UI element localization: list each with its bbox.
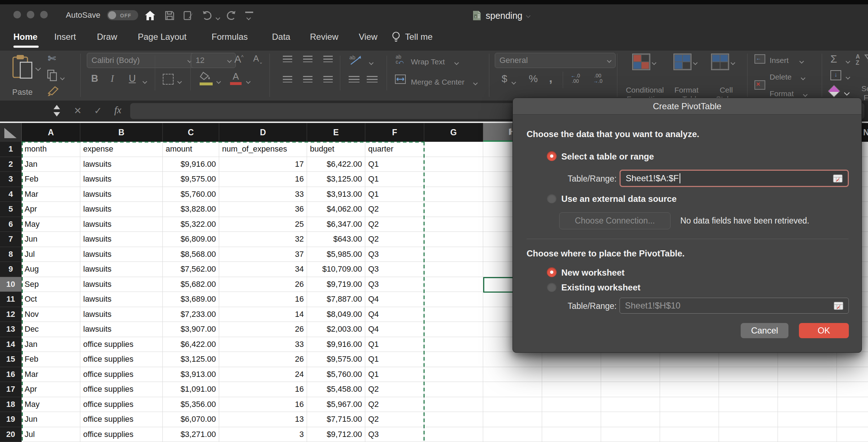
shrink-font-button[interactable]: A⌄ <box>253 54 263 65</box>
cell-F7[interactable]: Q2 <box>365 232 424 247</box>
cell-B7[interactable]: lawsuits <box>80 232 163 247</box>
align-center-icon[interactable] <box>303 76 312 82</box>
row-header-15[interactable]: 15 <box>0 352 22 367</box>
cell-J15[interactable] <box>601 352 660 367</box>
row-header-4[interactable]: 4 <box>0 187 22 202</box>
cell-styles-chevron-icon[interactable] <box>731 59 735 66</box>
cell-G2[interactable] <box>424 157 483 172</box>
tab-home[interactable]: Home <box>13 32 38 42</box>
name-box[interactable] <box>0 101 51 122</box>
wrap-text-icon[interactable]: abc⤺ <box>396 54 404 64</box>
cell-K20[interactable] <box>660 427 719 442</box>
save-as-icon[interactable] <box>183 9 195 22</box>
insert-function-button[interactable]: fx <box>114 105 122 116</box>
cell-B1[interactable]: expense <box>80 142 163 157</box>
cell-B18[interactable]: office supplies <box>80 397 163 412</box>
cell-D5[interactable]: 36 <box>219 202 307 217</box>
cell-styles-icon[interactable] <box>711 54 729 70</box>
font-color-chevron-icon[interactable] <box>247 78 250 85</box>
cut-icon[interactable]: ✄ <box>48 53 56 64</box>
cell-J19[interactable] <box>601 412 660 427</box>
font-name-select[interactable]: Calibri (Body) <box>87 53 196 68</box>
delete-cells-chevron-icon[interactable] <box>801 75 805 81</box>
cell-G8[interactable] <box>424 247 483 262</box>
cell-F1[interactable]: quarter <box>365 142 424 157</box>
cell-C18[interactable]: $5,356.00 <box>163 397 219 412</box>
cell-N16[interactable] <box>837 367 868 382</box>
cell-D6[interactable]: 25 <box>219 217 307 232</box>
cell-E18[interactable]: $5,967.00 <box>307 397 365 412</box>
cell-M18[interactable] <box>778 397 837 412</box>
cell-A11[interactable]: Oct <box>22 292 80 307</box>
cell-C5[interactable]: $3,828.00 <box>163 202 219 217</box>
cell-B5[interactable]: lawsuits <box>80 202 163 217</box>
cell-F18[interactable]: Q2 <box>365 397 424 412</box>
cell-K19[interactable] <box>660 412 719 427</box>
radio-external-source[interactable] <box>547 194 557 203</box>
cell-K15[interactable] <box>660 352 719 367</box>
cell-L19[interactable] <box>719 412 778 427</box>
merge-center-label[interactable]: Merge & Center <box>411 77 464 86</box>
cell-F16[interactable]: Q1 <box>365 367 424 382</box>
radio-select-table-range[interactable] <box>547 151 557 161</box>
toolbar-customize-icon[interactable] <box>245 12 253 21</box>
cell-I18[interactable] <box>542 397 601 412</box>
increase-decimal-icon[interactable]: ←.0.00 <box>571 73 580 84</box>
cell-M19[interactable] <box>778 412 837 427</box>
cell-D19[interactable]: 13 <box>219 412 307 427</box>
cell-C17[interactable]: $1,091.00 <box>163 382 219 397</box>
cell-N20[interactable] <box>837 427 868 442</box>
cell-H19[interactable] <box>483 412 542 427</box>
tab-formulas[interactable]: Formulas <box>212 32 248 42</box>
cell-G9[interactable] <box>424 262 483 277</box>
cell-A19[interactable]: Jun <box>22 412 80 427</box>
cell-C9[interactable]: $7,562.00 <box>163 262 219 277</box>
cell-I20[interactable] <box>542 427 601 442</box>
cell-A6[interactable]: May <box>22 217 80 232</box>
cell-D14[interactable]: 33 <box>219 337 307 352</box>
cell-D12[interactable]: 14 <box>219 307 307 322</box>
wrap-text-label[interactable]: Wrap Text <box>411 57 445 66</box>
undo-menu-chevron-icon[interactable] <box>216 14 220 21</box>
tab-draw[interactable]: Draw <box>97 32 117 42</box>
cell-H20[interactable] <box>483 427 542 442</box>
cell-C19[interactable]: $6,070.00 <box>163 412 219 427</box>
column-header-A[interactable]: A <box>22 123 80 142</box>
cell-A18[interactable]: May <box>22 397 80 412</box>
cancel-button[interactable]: Cancel <box>741 323 788 338</box>
cell-I19[interactable] <box>542 412 601 427</box>
tab-data[interactable]: Data <box>272 32 290 42</box>
cell-B14[interactable]: office supplies <box>80 337 163 352</box>
cell-E13[interactable]: $2,003.00 <box>307 322 365 337</box>
cell-E6[interactable]: $6,347.00 <box>307 217 365 232</box>
cell-F4[interactable]: Q1 <box>365 187 424 202</box>
cell-F8[interactable]: Q3 <box>365 247 424 262</box>
copy-icon[interactable] <box>47 69 58 83</box>
cell-H15[interactable] <box>483 352 542 367</box>
cell-F6[interactable]: Q2 <box>365 217 424 232</box>
cell-D10[interactable]: 26 <box>219 277 307 292</box>
cell-K18[interactable] <box>660 397 719 412</box>
cell-F20[interactable]: Q3 <box>365 427 424 442</box>
increase-indent-icon[interactable] <box>367 76 378 82</box>
cell-B16[interactable]: office supplies <box>80 367 163 382</box>
row-header-14[interactable]: 14 <box>0 337 22 352</box>
merge-center-chevron-icon[interactable] <box>474 80 477 86</box>
cell-G12[interactable] <box>424 307 483 322</box>
row-header-19[interactable]: 19 <box>0 412 22 427</box>
row-header-8[interactable]: 8 <box>0 247 22 262</box>
cell-B4[interactable]: lawsuits <box>80 187 163 202</box>
comma-button[interactable]: , <box>549 71 552 85</box>
cell-J16[interactable] <box>601 367 660 382</box>
cell-G13[interactable] <box>424 322 483 337</box>
radio-existing-worksheet[interactable] <box>547 282 557 292</box>
cell-E20[interactable]: $9,712.00 <box>307 427 365 442</box>
cell-B17[interactable]: office supplies <box>80 382 163 397</box>
cell-A9[interactable]: Aug <box>22 262 80 277</box>
orientation-icon[interactable]: ab <box>349 54 363 67</box>
row-header-20[interactable]: 20 <box>0 427 22 442</box>
copy-chevron-icon[interactable] <box>61 75 64 81</box>
cell-E8[interactable]: $5,985.00 <box>307 247 365 262</box>
cell-E11[interactable]: $7,887.00 <box>307 292 365 307</box>
ok-button[interactable]: OK <box>799 323 849 338</box>
